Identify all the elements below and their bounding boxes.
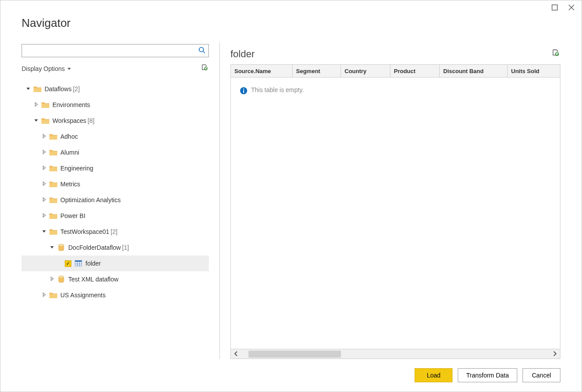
folder-icon bbox=[49, 213, 58, 219]
dialog-footer: Load Transform Data Cancel bbox=[0, 359, 582, 392]
svg-rect-13 bbox=[49, 215, 57, 219]
tree-item-count: [1] bbox=[122, 244, 129, 251]
tree-item-label: Adhoc bbox=[60, 133, 78, 140]
chevron-right-icon[interactable] bbox=[41, 197, 47, 203]
chevron-right-icon[interactable] bbox=[33, 102, 39, 108]
preview-pane: folder Source.NameSegmentCountryProductD… bbox=[230, 42, 560, 359]
tree-item-label: Environments bbox=[52, 101, 90, 108]
checkbox[interactable]: ✓ bbox=[65, 260, 71, 267]
db-icon bbox=[57, 276, 66, 283]
load-button[interactable]: Load bbox=[415, 368, 452, 382]
svg-point-3 bbox=[199, 48, 204, 52]
source-tree[interactable]: Dataflows [2]EnvironmentsWorkspaces [8]A… bbox=[22, 81, 209, 359]
folder-icon bbox=[49, 165, 58, 171]
tree-item[interactable]: Adhoc bbox=[22, 129, 209, 144]
tree-item-label: Engineering bbox=[60, 165, 93, 172]
chevron-down-icon[interactable] bbox=[41, 229, 47, 235]
preview-body: This table is empty. bbox=[230, 78, 560, 349]
svg-rect-0 bbox=[552, 5, 557, 10]
tree-item-count: [8] bbox=[88, 117, 95, 124]
tree-item-label: Dataflows bbox=[44, 85, 71, 92]
maximize-icon[interactable] bbox=[552, 4, 560, 12]
tree-item[interactable]: Workspaces [8] bbox=[22, 113, 209, 129]
tree-item-label: Test XML dataflow bbox=[68, 276, 119, 283]
search-input[interactable] bbox=[22, 44, 209, 57]
display-options-dropdown[interactable]: Display Options bbox=[22, 65, 71, 72]
svg-rect-14 bbox=[49, 231, 57, 235]
preview-title: folder bbox=[230, 48, 255, 60]
scroll-right-icon[interactable] bbox=[552, 351, 557, 358]
chevron-down-icon[interactable] bbox=[33, 118, 39, 124]
dialog-header: Navigator bbox=[0, 16, 582, 42]
svg-rect-27 bbox=[243, 90, 244, 93]
svg-point-16 bbox=[59, 244, 64, 247]
folder-icon bbox=[41, 118, 50, 124]
chevron-down-icon bbox=[67, 68, 71, 70]
tree-item[interactable]: ▷✓folder bbox=[22, 255, 209, 271]
svg-rect-25 bbox=[49, 294, 57, 298]
tree-item-label: DocFolderDataflow bbox=[68, 244, 121, 251]
chevron-right-icon[interactable] bbox=[41, 165, 47, 171]
refresh-icon[interactable] bbox=[201, 64, 209, 74]
svg-rect-6 bbox=[41, 104, 49, 108]
tree-item-label: Alumni bbox=[60, 149, 79, 156]
horizontal-scrollbar[interactable] bbox=[230, 349, 560, 359]
tree-item-label: Workspaces bbox=[52, 117, 86, 124]
column-header[interactable]: Source.Name bbox=[231, 65, 293, 77]
tree-item[interactable]: Engineering bbox=[22, 160, 209, 176]
preview-refresh-icon[interactable] bbox=[552, 49, 560, 59]
chevron-right-icon[interactable] bbox=[41, 213, 47, 219]
preview-table-header: Source.NameSegmentCountryProductDiscount… bbox=[230, 64, 560, 78]
tree-item-label: US Assignments bbox=[60, 292, 106, 299]
tree-item[interactable]: Power BI bbox=[22, 208, 209, 224]
column-header[interactable]: Discount Band bbox=[440, 65, 508, 77]
column-header[interactable]: Product bbox=[390, 65, 440, 77]
svg-rect-11 bbox=[49, 183, 57, 187]
column-header[interactable]: Units Sold bbox=[508, 65, 550, 77]
preview-header: folder bbox=[230, 44, 560, 64]
navigator-left-pane: Display Options Dataflows [2]Environment… bbox=[22, 42, 220, 359]
spacer: ▷ bbox=[57, 260, 63, 266]
scrollbar-thumb[interactable] bbox=[248, 351, 341, 358]
titlebar bbox=[0, 0, 582, 16]
transform-data-button[interactable]: Transform Data bbox=[458, 368, 517, 382]
tree-item[interactable]: Alumni bbox=[22, 144, 209, 160]
scroll-left-icon[interactable] bbox=[234, 351, 239, 358]
tree-item[interactable]: TestWorkspace01 [2] bbox=[22, 224, 209, 240]
tree-item[interactable]: Environments bbox=[22, 97, 209, 113]
info-icon bbox=[240, 87, 248, 95]
folder-icon bbox=[33, 86, 42, 92]
tree-item-label: Power BI bbox=[60, 212, 85, 219]
svg-rect-7 bbox=[41, 120, 49, 124]
cancel-button[interactable]: Cancel bbox=[523, 368, 560, 382]
tree-item[interactable]: Optimization Analytics bbox=[22, 192, 209, 208]
chevron-right-icon[interactable] bbox=[41, 149, 47, 155]
chevron-right-icon[interactable] bbox=[41, 181, 47, 187]
chevron-right-icon[interactable] bbox=[49, 276, 55, 282]
tree-item[interactable]: US Assignments bbox=[22, 287, 209, 303]
folder-icon bbox=[49, 229, 58, 235]
chevron-down-icon[interactable] bbox=[25, 86, 31, 92]
dialog-title: Navigator bbox=[22, 16, 560, 30]
tree-item[interactable]: Metrics bbox=[22, 176, 209, 192]
column-header[interactable]: Country bbox=[341, 65, 390, 77]
tree-item-label: Optimization Analytics bbox=[60, 196, 121, 203]
svg-rect-5 bbox=[33, 88, 41, 92]
folder-icon bbox=[49, 133, 58, 140]
chevron-down-icon[interactable] bbox=[49, 244, 55, 251]
svg-rect-18 bbox=[75, 260, 82, 262]
folder-icon bbox=[49, 292, 58, 298]
chevron-right-icon[interactable] bbox=[41, 292, 47, 298]
table-icon bbox=[74, 260, 83, 266]
close-icon[interactable] bbox=[568, 4, 576, 12]
svg-point-28 bbox=[243, 89, 244, 89]
display-options-label: Display Options bbox=[22, 65, 65, 72]
tree-item-count: [2] bbox=[111, 228, 118, 235]
tree-item[interactable]: Dataflows [2] bbox=[22, 81, 209, 97]
column-header[interactable]: Segment bbox=[293, 65, 341, 77]
tree-item[interactable]: DocFolderDataflow [1] bbox=[22, 240, 209, 255]
chevron-right-icon[interactable] bbox=[41, 133, 47, 140]
search-icon[interactable] bbox=[198, 47, 205, 55]
search-row bbox=[22, 44, 209, 57]
tree-item[interactable]: Test XML dataflow bbox=[22, 271, 209, 287]
